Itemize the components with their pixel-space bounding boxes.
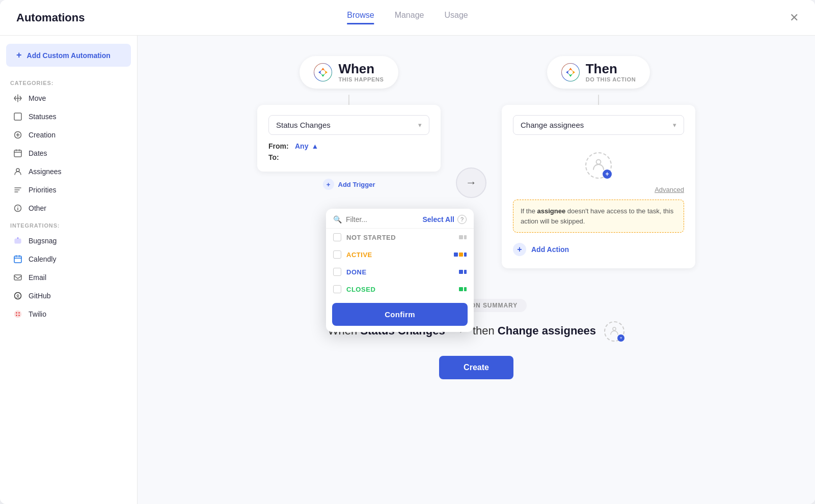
bar-5 xyxy=(464,253,467,257)
sidebar-item-calendly[interactable]: Calendly xyxy=(3,250,134,268)
active-bars xyxy=(454,253,467,257)
advanced-link[interactable]: Advanced xyxy=(513,186,684,193)
bar-4 xyxy=(459,253,463,257)
svg-point-17 xyxy=(596,160,601,164)
from-row: From: Any ▲ xyxy=(268,142,429,150)
bar-2 xyxy=(464,235,467,239)
assignee-plus-icon: + xyxy=(603,170,612,179)
sidebar-twilio-label: Twilio xyxy=(29,310,46,318)
tab-browse[interactable]: Browse xyxy=(347,11,374,24)
sidebar-item-github[interactable]: GitHub xyxy=(3,287,134,305)
svg-point-14 xyxy=(18,315,19,316)
body-layout: + Add Custom Automation CATEGORIES: Move xyxy=(0,36,815,504)
help-icon[interactable]: ? xyxy=(457,215,467,224)
sidebar-email-label: Email xyxy=(29,273,46,282)
status-changes-dropdown[interactable]: Status Changes ▾ xyxy=(268,115,429,135)
sidebar-item-other[interactable]: Other xyxy=(3,199,134,217)
list-item-active[interactable]: ACTIVE xyxy=(326,246,474,263)
confirm-button[interactable]: Confirm xyxy=(332,303,468,326)
warning-bold: assignee xyxy=(537,207,566,215)
svg-rect-0 xyxy=(14,113,21,120)
sidebar-item-statuses[interactable]: Statuses xyxy=(3,107,134,126)
select-all-button[interactable]: Select All xyxy=(422,215,454,223)
svg-point-15 xyxy=(314,64,332,81)
then-pill: Then DO THIS ACTION xyxy=(547,56,650,89)
svg-rect-2 xyxy=(14,150,21,157)
trigger-dropdown-value: Status Changes xyxy=(276,121,331,129)
tab-usage[interactable]: Usage xyxy=(444,11,468,24)
sidebar-item-bugsnag[interactable]: Bugsnag xyxy=(3,232,134,250)
add-custom-automation-button[interactable]: + Add Custom Automation xyxy=(6,44,131,67)
checkbox-done[interactable] xyxy=(333,268,341,276)
checkbox-closed[interactable] xyxy=(333,285,341,293)
sidebar-item-twilio[interactable]: Twilio xyxy=(3,305,134,323)
bar-1 xyxy=(459,235,463,239)
action-dropdown[interactable]: Change assignees ▾ xyxy=(513,115,684,135)
list-item-not-started[interactable]: NOT STARTED xyxy=(326,229,474,246)
status-dropdown-popup: 🔍 Select All ? NOT STARTED xyxy=(326,209,474,332)
tab-manage[interactable]: Manage xyxy=(395,11,424,24)
svg-point-6 xyxy=(17,237,19,239)
not-started-bars xyxy=(459,235,467,239)
add-trigger-label: Add Trigger xyxy=(338,181,375,188)
sidebar-assignees-label: Assignees xyxy=(29,167,62,176)
add-custom-label: Add Custom Automation xyxy=(27,51,111,60)
dates-icon xyxy=(13,149,22,158)
svg-rect-8 xyxy=(14,275,21,280)
summary-middle: then xyxy=(473,324,498,337)
sidebar-item-creation[interactable]: Creation xyxy=(3,126,134,144)
trigger-card: Status Changes ▾ From: Any ▲ To: xyxy=(257,105,441,172)
sidebar-item-dates[interactable]: Dates xyxy=(3,144,134,162)
any-selector[interactable]: Any ▲ xyxy=(295,142,318,150)
svg-point-11 xyxy=(16,312,17,313)
done-bars xyxy=(459,270,467,274)
creation-icon xyxy=(13,130,22,139)
status-label-not-started: NOT STARTED xyxy=(346,234,396,241)
when-title: When xyxy=(338,62,384,75)
then-block: Then DO THIS ACTION Change assignees ▾ xyxy=(502,56,695,268)
when-logo xyxy=(314,63,332,81)
add-action-button[interactable]: + Add Action xyxy=(513,241,684,258)
integrations-label: INTEGRATIONS: xyxy=(0,217,137,232)
add-trigger-row[interactable]: + Add Trigger xyxy=(323,179,375,190)
svg-rect-5 xyxy=(15,239,21,243)
list-item-closed[interactable]: CLOSED xyxy=(326,281,474,298)
add-action-plus-icon: + xyxy=(513,243,526,256)
from-label: From: xyxy=(268,142,289,150)
create-button[interactable]: Create xyxy=(439,356,513,379)
sidebar-statuses-label: Statuses xyxy=(29,113,56,121)
closed-bars xyxy=(459,287,467,291)
filter-input[interactable] xyxy=(346,215,407,223)
bar-6 xyxy=(459,270,463,274)
svg-point-9 xyxy=(15,293,21,299)
add-trigger-plus-icon: + xyxy=(323,179,334,190)
assignee-placeholder: + xyxy=(513,142,684,186)
summary-person-icon xyxy=(610,326,619,337)
sidebar-item-assignees[interactable]: Assignees xyxy=(3,162,134,181)
sidebar-other-label: Other xyxy=(29,204,46,212)
github-icon xyxy=(13,291,22,300)
svg-point-12 xyxy=(18,312,19,313)
sidebar-item-email[interactable]: Email xyxy=(3,268,134,287)
automation-builder-row: When THIS HAPPENS Status Changes ▾ From: xyxy=(168,56,784,268)
checkbox-not-started[interactable] xyxy=(333,233,341,241)
close-button[interactable]: ✕ xyxy=(790,12,799,23)
calendly-icon xyxy=(13,255,22,264)
sidebar-item-priorities[interactable]: Priorities xyxy=(3,181,134,199)
to-label: To: xyxy=(268,153,289,161)
svg-point-13 xyxy=(16,315,17,316)
sidebar-item-move[interactable]: Move xyxy=(3,89,134,107)
assignee-add-icon[interactable]: + xyxy=(585,152,612,179)
sidebar-move-label: Move xyxy=(29,94,46,102)
bar-8 xyxy=(459,287,463,291)
checkbox-active[interactable] xyxy=(333,250,341,259)
popup-search-row: 🔍 Select All ? xyxy=(326,209,474,229)
list-item-done[interactable]: DONE xyxy=(326,263,474,281)
when-subtitle: THIS HAPPENS xyxy=(338,76,384,82)
summary-action: Change assignees xyxy=(498,324,596,337)
sidebar-github-label: GitHub xyxy=(29,292,51,300)
bar-7 xyxy=(464,270,467,274)
svg-point-10 xyxy=(15,311,21,318)
then-title: Then xyxy=(586,62,636,75)
statuses-icon xyxy=(13,112,22,121)
